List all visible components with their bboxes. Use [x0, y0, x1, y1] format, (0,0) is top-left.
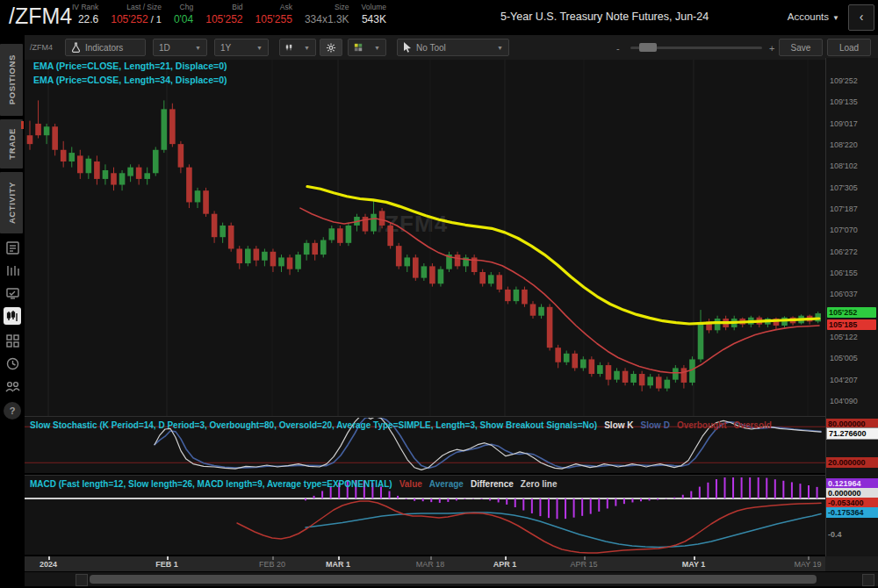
ema34-study-label[interactable]: EMA (Price=CLOSE, Length=34, Displace=0) [33, 75, 227, 85]
horizontal-scrollbar-thumb[interactable] [90, 575, 817, 584]
oversold-level-badge: 20.000000 [826, 457, 878, 468]
sidebar-tab-activity[interactable]: ACTIVITY [0, 172, 23, 233]
time-axis-label: 2024 [40, 560, 57, 569]
legend-item: Overbought [677, 420, 727, 430]
stochastic-value-badge: 71.276600 [826, 427, 878, 440]
legend-item: Difference [471, 479, 514, 489]
zoom-out-button[interactable]: - [616, 43, 620, 54]
stochastic-header: Slow Stochastic (K Period=14, D Period=3… [30, 420, 772, 430]
zoom-in-button[interactable]: + [769, 43, 774, 54]
follow-traders-icon[interactable] [4, 377, 21, 395]
stochastic-study-label[interactable]: Slow Stochastic (K Period=14, D Period=3… [30, 420, 597, 430]
legend-item: Average [429, 479, 464, 489]
price-axis-label: 109'252 [830, 76, 858, 85]
left-sidebar: POSITIONS TRADE ACTIVITY ? [0, 35, 25, 588]
time-axis-label: APR 15 [570, 560, 597, 569]
legend-item: Slow K [604, 420, 633, 430]
indicators-button[interactable]: Indicators [65, 39, 146, 56]
macd-axis-label: -0.4 [826, 529, 878, 540]
price-axis-label: 108'220 [830, 140, 858, 149]
quote-column: Ask105'255 [255, 2, 292, 33]
collapse-panel-button[interactable]: ‹ [848, 4, 874, 31]
last-price-badge: 105'252 [827, 307, 876, 318]
toolbar-symbol-label: /ZFM4 [30, 43, 53, 52]
load-button[interactable]: Load [827, 39, 871, 56]
sidebar-tab-positions[interactable]: POSITIONS [0, 44, 23, 116]
grid-icon[interactable] [4, 332, 21, 349]
quote-header: /ZFM4 IV Rank22.6Last / Size105'252 / 1C… [0, 0, 878, 35]
chart-type-dropdown[interactable]: ▼ [279, 39, 316, 56]
time-axis-label: MAY 1 [682, 560, 706, 569]
legend-item: Slow D [641, 420, 670, 430]
compare-dropdown[interactable]: ▼ [348, 39, 386, 56]
timeframe-dropdown[interactable]: 1D▼ [153, 39, 207, 56]
price-chart[interactable] [25, 60, 825, 416]
trading-platform-window: /ZFM4 IV Rank22.6Last / Size105'252 / 1C… [0, 0, 878, 588]
watchlist-icon[interactable] [4, 239, 21, 256]
quote-columns: IV Rank22.6Last / Size105'252 / 1Chg0'04… [72, 2, 399, 33]
quote-column: Volume543K [362, 2, 386, 33]
chart-settings-button[interactable] [320, 39, 342, 56]
axis-corner [825, 556, 878, 571]
price-axis-label: 109'017 [830, 119, 858, 128]
time-axis-label: MAR 1 [326, 560, 350, 569]
macd-plot[interactable] [25, 477, 825, 555]
range-dropdown[interactable]: 1Y▼ [214, 39, 269, 56]
ema-price-badge: 105'185 [827, 319, 876, 330]
chevron-down-icon: ▼ [490, 45, 503, 51]
legend-item: Oversold [734, 420, 772, 430]
chevron-down-icon: ▼ [249, 45, 263, 51]
history-clock-icon[interactable] [4, 355, 21, 372]
price-axis-label: 107'305 [830, 183, 858, 192]
price-axis-label: 107'187 [830, 204, 858, 213]
scroll-right-button[interactable] [862, 574, 874, 586]
chevron-down-icon: ▼ [297, 45, 310, 51]
chevron-down-icon: ▼ [367, 45, 380, 51]
macd-study-label[interactable]: MACD (Fast length=12, Slow length=26, MA… [30, 479, 392, 489]
ladder-icon[interactable] [4, 262, 21, 279]
save-button[interactable]: Save [779, 39, 823, 56]
chart-toolbar: /ZFM4 Indicators 1D▼ 1Y▼ ▼ ▼ No Tool▼ - … [25, 35, 878, 61]
time-axis-label: MAR 18 [416, 560, 445, 569]
time-axis-label: FEB 1 [155, 560, 178, 569]
time-axis[interactable]: 2024FEB 1FEB 20MAR 1MAR 18APR 1APR 15MAY… [25, 556, 825, 571]
price-axis-label: 106'272 [830, 247, 858, 256]
compare-grid-icon [354, 42, 363, 53]
help-icon[interactable]: ? [4, 402, 21, 419]
accounts-dropdown[interactable]: Accounts▼ [788, 11, 839, 22]
price-axis-label: 109'135 [830, 97, 858, 106]
candlestick-icon [285, 42, 292, 53]
chevron-down-icon: ▼ [188, 45, 201, 51]
quote-column: Size334x1.3K [305, 2, 349, 33]
quote-column: Last / Size105'252 / 1 [111, 2, 162, 33]
price-axis-label: 105'005 [830, 354, 858, 362]
indicator-axis: 80.000000 71.276600 20.000000 0.121964 0… [825, 416, 878, 556]
drawing-tool-dropdown[interactable]: No Tool▼ [397, 39, 509, 56]
quote-column: Chg0'04 [174, 2, 193, 33]
price-axis-label: 104'207 [830, 376, 858, 384]
time-axis-label: FEB 20 [259, 560, 285, 569]
chevron-down-icon: ▼ [832, 14, 839, 22]
gear-icon [326, 42, 336, 54]
scroll-left-button[interactable] [76, 574, 88, 586]
chart-icon[interactable] [4, 307, 21, 325]
price-axis[interactable]: 109'252109'135109'017108'220108'102107'3… [825, 58, 878, 416]
price-axis-label: 106'037 [830, 290, 858, 298]
time-axis-label: APR 1 [493, 560, 517, 569]
zoom-slider-thumb[interactable] [639, 43, 657, 52]
price-axis-label: 106'155 [830, 269, 858, 277]
ema21-study-label[interactable]: EMA (Price=CLOSE, Length=21, Displace=0) [33, 61, 227, 71]
cursor-icon [403, 42, 412, 53]
quote-column: Bid105'252 [205, 2, 242, 33]
legend-item: Zero line [521, 479, 558, 489]
symbol-title: /ZFM4 [9, 4, 72, 29]
monitor-icon[interactable] [4, 284, 21, 302]
macd-average-badge: -0.175364 [826, 507, 878, 518]
trade-alert-notch [21, 121, 24, 129]
price-axis-label: 104'090 [830, 397, 858, 405]
flask-icon [71, 42, 81, 53]
sidebar-tab-trade[interactable]: TRADE [0, 119, 23, 169]
quote-column: IV Rank22.6 [72, 2, 98, 33]
price-axis-label: 108'102 [830, 161, 858, 170]
price-axis-label: 107'070 [830, 226, 858, 234]
